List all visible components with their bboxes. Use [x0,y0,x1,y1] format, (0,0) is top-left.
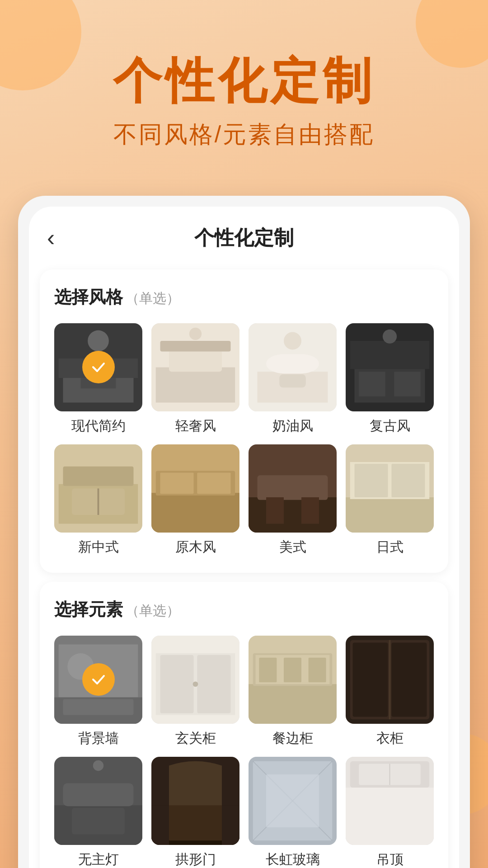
style-item-modern[interactable]: 现代简约 [54,323,142,435]
svg-rect-40 [391,464,425,497]
style-label-dining: 餐边柜 [272,729,313,748]
style-item-wardrobe[interactable]: 衣柜 [346,636,434,748]
element-section-header: 选择元素（单选） [54,598,434,621]
style-item-glass[interactable]: 长虹玻璃 [249,757,337,868]
style-item-cream[interactable]: 奶油风 [249,323,337,435]
style-thumb-no-light [54,757,142,845]
style-item-dining[interactable]: 餐边柜 [249,636,337,748]
svg-rect-30 [197,472,230,494]
style-thumb-ceiling [346,757,434,845]
svg-rect-32 [249,497,337,533]
style-item-retro[interactable]: 复古风 [346,323,434,435]
hero-subtitle: 不同风格/元素自由搭配 [27,119,461,151]
svg-point-20 [383,329,397,343]
nav-title: 个性化定制 [194,225,294,251]
style-item-ceiling[interactable]: 吊顶 [346,757,434,868]
style-thumb-wood [151,444,239,533]
svg-rect-27 [151,493,239,533]
style-item-bg-wall[interactable]: 背景墙 [54,636,142,748]
style-thumb-light-luxury [151,323,239,411]
svg-rect-14 [279,374,306,387]
svg-rect-50 [197,655,230,713]
svg-rect-23 [63,467,134,486]
svg-point-13 [284,332,301,349]
phone-card: ‹ 个性化定制 选择风格（单选） 现代简约 轻奢风 [18,196,470,868]
style-thumb-japanese [346,444,434,533]
style-label-ceiling: 吊顶 [376,850,404,868]
style-item-chinese[interactable]: 新中式 [54,444,142,557]
style-label-american: 美式 [279,538,306,557]
nav-bar: ‹ 个性化定制 [29,207,459,260]
svg-point-51 [193,681,198,687]
svg-point-68 [93,760,103,771]
style-thumb-chinese [54,444,142,533]
svg-rect-35 [301,497,319,524]
style-label-japanese: 日式 [376,538,404,557]
svg-rect-29 [160,472,194,494]
style-item-japanese[interactable]: 日式 [346,444,434,557]
svg-rect-12 [266,354,319,373]
svg-rect-37 [346,497,434,533]
style-label-light-luxury: 轻奢风 [175,417,216,435]
svg-rect-73 [222,805,239,845]
style-item-light-luxury[interactable]: 轻奢风 [151,323,239,435]
svg-rect-39 [355,464,388,497]
style-item-american[interactable]: 美式 [249,444,337,557]
svg-rect-8 [160,341,231,351]
style-thumb-arch [151,757,239,845]
style-item-entrance[interactable]: 玄关柜 [151,636,239,748]
svg-rect-56 [259,658,277,683]
style-thumb-dining [249,636,337,724]
style-thumb-glass [249,757,337,845]
style-thumb-modern [54,323,142,411]
svg-rect-72 [151,805,169,845]
style-label-wood: 原木风 [175,538,216,557]
svg-rect-61 [353,642,388,717]
svg-rect-7 [169,349,222,372]
svg-rect-58 [309,658,326,683]
style-label-retro: 复古风 [370,417,410,435]
style-label-wardrobe: 衣柜 [376,729,404,748]
style-item-wood[interactable]: 原木风 [151,444,239,557]
style-label-entrance: 玄关柜 [175,729,216,748]
svg-rect-46 [63,699,134,715]
style-label-cream: 奶油风 [272,417,313,435]
check-badge [82,351,115,383]
svg-rect-53 [249,684,337,724]
style-section-header: 选择风格（单选） [54,286,434,309]
element-grid: 背景墙 玄关柜 餐边柜 衣柜 无主灯 [54,636,434,868]
svg-rect-17 [359,372,385,396]
style-item-arch[interactable]: 拱形门 [151,757,239,868]
svg-rect-67 [72,808,125,835]
svg-rect-66 [63,783,134,806]
style-label-bg-wall: 背景墙 [78,729,119,748]
hero-section: 个性化定制 不同风格/元素自由搭配 [0,0,488,178]
svg-point-9 [189,328,202,340]
style-thumb-bg-wall [54,636,142,724]
svg-rect-19 [350,341,430,369]
style-label-arch: 拱形门 [175,850,216,868]
style-label-chinese: 新中式 [78,538,119,557]
hero-title: 个性化定制 [27,54,461,108]
svg-point-3 [88,330,109,351]
style-label-modern: 现代简约 [71,417,126,435]
element-section: 选择元素（单选） 背景墙 玄关柜 餐边柜 [40,582,448,868]
svg-rect-62 [391,642,427,717]
style-label-glass: 长虹玻璃 [266,850,320,868]
style-thumb-american [249,444,337,533]
style-section: 选择风格（单选） 现代简约 轻奢风 奶油风 [40,269,448,573]
check-badge [82,663,115,696]
style-thumb-cream [249,323,337,411]
svg-rect-33 [258,475,328,500]
style-thumb-wardrobe [346,636,434,724]
style-item-no-light[interactable]: 无主灯 [54,757,142,868]
svg-rect-49 [160,655,194,713]
back-button[interactable]: ‹ [47,224,55,251]
style-grid: 现代简约 轻奢风 奶油风 复古风 新中式 [54,323,434,557]
phone-inner: ‹ 个性化定制 选择风格（单选） 现代简约 轻奢风 [29,207,459,868]
svg-rect-78 [266,774,319,827]
svg-rect-18 [394,372,421,396]
style-thumb-retro [346,323,434,411]
svg-rect-34 [266,497,284,524]
style-thumb-entrance [151,636,239,724]
